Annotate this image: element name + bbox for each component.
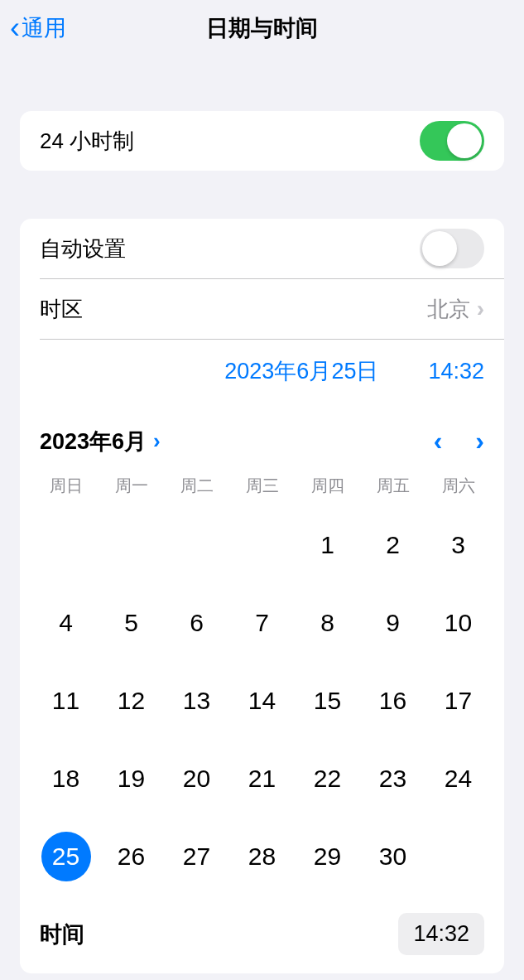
day-cell[interactable]: 15 xyxy=(295,676,360,726)
day-cell[interactable]: 2 xyxy=(360,520,425,570)
weekday-header: 周四 xyxy=(295,475,360,497)
day-blank xyxy=(33,520,99,570)
day-cell[interactable]: 3 xyxy=(425,520,491,570)
timezone-value: 北京 xyxy=(427,295,470,324)
day-blank xyxy=(164,520,229,570)
twenty-four-hour-row: 24 小时制 xyxy=(20,111,504,171)
day-cell[interactable]: 24 xyxy=(425,754,491,804)
day-cell[interactable]: 8 xyxy=(295,598,360,648)
auto-set-label: 自动设置 xyxy=(40,234,126,263)
datetime-display-row: 2023年6月25日 14:32 xyxy=(20,340,504,403)
day-cell[interactable]: 20 xyxy=(164,754,229,804)
day-cell[interactable]: 9 xyxy=(360,598,425,648)
auto-set-toggle[interactable] xyxy=(420,229,484,268)
day-cell[interactable]: 10 xyxy=(425,598,491,648)
day-cell[interactable]: 14 xyxy=(229,676,295,726)
day-cell[interactable]: 19 xyxy=(99,754,164,804)
day-cell[interactable]: 17 xyxy=(425,676,491,726)
weekday-header: 周五 xyxy=(360,475,425,497)
day-cell[interactable]: 6 xyxy=(164,598,229,648)
footer-hint: 打开"定位服务"将提高自动时区准确性。 xyxy=(0,973,524,980)
day-cell[interactable]: 18 xyxy=(33,754,99,804)
twenty-four-hour-label: 24 小时制 xyxy=(40,127,134,156)
weekday-header: 周日 xyxy=(33,475,99,497)
auto-set-row: 自动设置 xyxy=(20,219,504,278)
chevron-right-icon: › xyxy=(477,296,484,322)
day-cell[interactable]: 28 xyxy=(229,832,295,881)
day-cell[interactable]: 11 xyxy=(33,676,99,726)
weekday-header: 周一 xyxy=(99,475,164,497)
weekday-header: 周二 xyxy=(164,475,229,497)
day-cell[interactable]: 1 xyxy=(295,520,360,570)
day-cell[interactable]: 21 xyxy=(229,754,295,804)
day-cell[interactable]: 7 xyxy=(229,598,295,648)
month-year-label: 2023年6月 xyxy=(40,427,147,456)
day-cell[interactable]: 29 xyxy=(295,832,360,881)
day-cell[interactable]: 5 xyxy=(99,598,164,648)
twenty-four-hour-toggle[interactable] xyxy=(420,121,484,161)
day-cell[interactable]: 25 xyxy=(33,832,99,881)
prev-month-button[interactable]: ‹ xyxy=(434,426,443,456)
day-cell[interactable]: 13 xyxy=(164,676,229,726)
back-button[interactable]: ‹ 通用 xyxy=(10,11,66,46)
page-title: 日期与时间 xyxy=(206,13,318,43)
day-cell[interactable]: 26 xyxy=(99,832,164,881)
day-cell[interactable]: 16 xyxy=(360,676,425,726)
day-cell[interactable]: 23 xyxy=(360,754,425,804)
time-picker[interactable]: 14:32 xyxy=(398,913,484,955)
timezone-label: 时区 xyxy=(40,295,83,324)
day-cell[interactable]: 12 xyxy=(99,676,164,726)
chevron-right-icon: › xyxy=(153,428,161,454)
weekday-header: 周六 xyxy=(425,475,491,497)
chevron-left-icon: ‹ xyxy=(10,11,20,46)
month-year-selector[interactable]: 2023年6月 › xyxy=(40,427,161,456)
day-cell[interactable]: 27 xyxy=(164,832,229,881)
day-cell[interactable]: 4 xyxy=(33,598,99,648)
day-blank xyxy=(99,520,164,570)
timezone-row[interactable]: 时区 北京 › xyxy=(20,279,504,339)
date-display[interactable]: 2023年6月25日 xyxy=(224,356,378,386)
day-cell[interactable]: 22 xyxy=(295,754,360,804)
back-label: 通用 xyxy=(22,13,66,43)
next-month-button[interactable]: › xyxy=(475,426,484,456)
weekday-header: 周三 xyxy=(229,475,295,497)
day-blank xyxy=(229,520,295,570)
day-cell[interactable]: 30 xyxy=(360,832,425,881)
time-label: 时间 xyxy=(40,920,84,949)
time-display[interactable]: 14:32 xyxy=(428,359,484,384)
